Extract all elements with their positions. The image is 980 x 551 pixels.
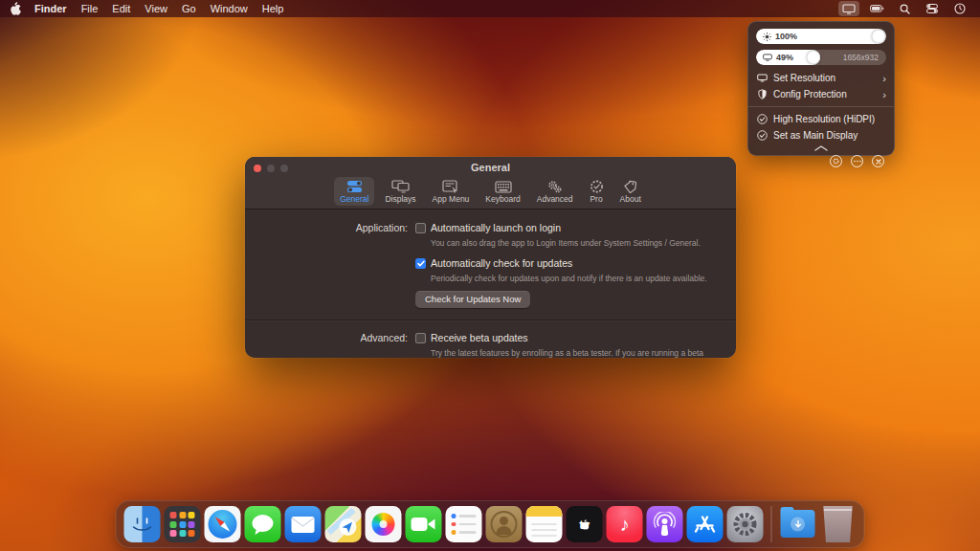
config-protection-label: Config Protection (773, 89, 877, 99)
display-settings-panel: 100% 49% 1656x932 Set Resolution › Confi… (747, 21, 895, 156)
dock-icon-appstore[interactable] (687, 506, 724, 542)
auto-update-label: Automatically check for updates (431, 257, 572, 270)
dock-icon-finder[interactable] (124, 506, 161, 542)
menubar-item-view[interactable]: View (145, 3, 167, 14)
set-resolution-label: Set Resolution (773, 73, 877, 83)
close-window-button[interactable] (254, 165, 261, 172)
dock-icon-podcasts[interactable] (647, 506, 683, 542)
apple-menu-icon[interactable] (10, 2, 21, 15)
menu-bar: Finder File Edit View Go Window Help (0, 0, 980, 17)
dock-icon-music[interactable]: ♪ (607, 506, 643, 542)
dock-icon-messages[interactable] (245, 506, 281, 542)
dock-icon-system-settings[interactable] (727, 506, 764, 542)
auto-update-row[interactable]: Automatically check for updates (415, 257, 736, 270)
advanced-section-label: Advanced: (245, 332, 415, 358)
toolbar-tabs: General Displays App Menu Keyboard Advan… (245, 175, 736, 209)
brightness-slider[interactable]: 100% (756, 29, 886, 44)
section-divider (245, 320, 736, 320)
tab-label: Pro (590, 194, 602, 204)
dock-icon-mail[interactable] (285, 506, 322, 542)
application-section-label: Application: (245, 222, 415, 308)
dock-separator (771, 506, 772, 542)
dock-icon-launchpad[interactable] (165, 506, 201, 542)
dock-icon-notes[interactable] (526, 506, 563, 542)
tab-label: General (340, 194, 368, 204)
launch-help-text: You can also drag the app to Login Items… (431, 238, 736, 249)
menubar-item-go[interactable]: Go (182, 3, 196, 14)
window-header: General General Displays App Menu Keyboa… (245, 157, 736, 209)
chevron-right-icon: › (882, 90, 886, 99)
launch-on-login-label: Automatically launch on login (431, 222, 561, 234)
collapse-chevron-up-icon[interactable] (756, 145, 886, 151)
tab-label: Keyboard (485, 194, 520, 204)
dock-icon-reminders[interactable] (446, 506, 482, 542)
launch-on-login-checkbox[interactable] (415, 223, 426, 233)
scale-resolution: 1656x932 (843, 50, 879, 65)
dock-icon-downloads[interactable] (780, 506, 816, 542)
tab-label: About (620, 194, 641, 204)
check-circle-icon (756, 130, 768, 141)
battery-icon[interactable] (866, 1, 887, 16)
config-protection-item[interactable]: Config Protection › (756, 87, 886, 101)
resolution-display-icon (756, 74, 768, 82)
clock-icon[interactable] (949, 1, 970, 16)
tab-label: Advanced (537, 194, 573, 204)
general-pane: Application: Automatically launch on log… (245, 209, 736, 358)
dock-icon-maps[interactable] (325, 506, 362, 542)
beta-updates-checkbox[interactable] (415, 333, 426, 343)
shield-icon (756, 89, 768, 99)
dock-icon-trash[interactable] (820, 506, 857, 542)
check-circle-icon (756, 114, 768, 124)
tab-app-menu[interactable]: App Menu (427, 177, 476, 206)
main-display-label: Set as Main Display (773, 130, 886, 141)
dock: tv ♪ (116, 500, 865, 548)
minimize-window-button[interactable] (267, 165, 275, 172)
menubar-item-file[interactable]: File (81, 3, 99, 14)
control-center-icon[interactable] (922, 1, 943, 16)
desktop: Finder File Edit View Go Window Help (0, 0, 980, 551)
dock-icon-safari[interactable] (205, 506, 241, 542)
auto-update-checkbox[interactable] (415, 258, 426, 269)
main-display-item[interactable]: Set as Main Display (756, 128, 886, 143)
tab-general[interactable]: General (334, 177, 374, 206)
tab-label: App Menu (433, 194, 470, 204)
tab-pro[interactable]: Pro (584, 177, 610, 206)
menubar-item-finder[interactable]: Finder (34, 3, 67, 14)
set-resolution-item[interactable]: Set Resolution › (756, 71, 886, 85)
panel-more-button[interactable] (851, 155, 863, 167)
beta-updates-row[interactable]: Receive beta updates (415, 332, 736, 344)
tab-displays[interactable]: Displays (379, 177, 421, 206)
hidpi-item[interactable]: High Resolution (HiDPI) (756, 112, 886, 126)
check-updates-button[interactable]: Check for Updates Now (415, 291, 530, 308)
brightness-knob[interactable] (872, 30, 885, 43)
updates-help-text: Periodically check for updates upon and … (431, 274, 736, 284)
tab-about[interactable]: About (614, 177, 647, 206)
window-title: General (245, 162, 736, 175)
dock-icon-contacts[interactable] (486, 506, 523, 542)
scale-display-icon (763, 54, 772, 61)
dock-icon-tv[interactable]: tv (567, 506, 603, 542)
hidpi-label: High Resolution (HiDPI) (773, 114, 886, 124)
menubar-item-edit[interactable]: Edit (112, 3, 130, 14)
panel-divider (748, 106, 894, 107)
scale-knob[interactable] (807, 51, 820, 64)
launch-on-login-row[interactable]: Automatically launch on login (415, 222, 736, 234)
tab-label: Displays (385, 194, 415, 204)
display-menu-icon[interactable] (838, 1, 859, 16)
beta-updates-label: Receive beta updates (431, 332, 528, 344)
brightness-sun-icon (763, 33, 771, 41)
scale-value: 49% (776, 53, 793, 62)
dock-icon-facetime[interactable] (406, 506, 442, 542)
panel-settings-button[interactable] (830, 155, 842, 167)
chevron-right-icon: › (882, 74, 886, 83)
scale-slider[interactable]: 49% 1656x932 (756, 50, 886, 65)
zoom-window-button[interactable] (280, 165, 288, 172)
menubar-item-help[interactable]: Help (262, 3, 284, 14)
menubar-item-window[interactable]: Window (211, 3, 248, 14)
tab-advanced[interactable]: Advanced (531, 177, 579, 206)
beta-help-text: Try the latest features by enrolling as … (431, 348, 724, 358)
tab-keyboard[interactable]: Keyboard (479, 178, 525, 206)
dock-icon-photos[interactable] (366, 506, 402, 542)
panel-close-button[interactable] (872, 155, 884, 167)
search-icon[interactable] (894, 1, 915, 16)
